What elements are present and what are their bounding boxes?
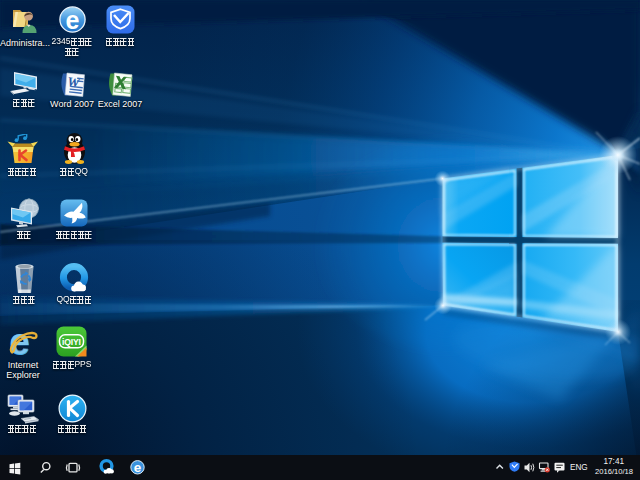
svg-text:e: e [134, 460, 142, 475]
svg-text:17:41: 17:41 [604, 457, 625, 466]
svg-text:2016/10/18: 2016/10/18 [595, 467, 633, 476]
svg-text:e: e [66, 6, 80, 33]
svg-text:iQIYI: iQIYI [62, 337, 81, 347]
svg-text:ENG: ENG [570, 463, 588, 472]
